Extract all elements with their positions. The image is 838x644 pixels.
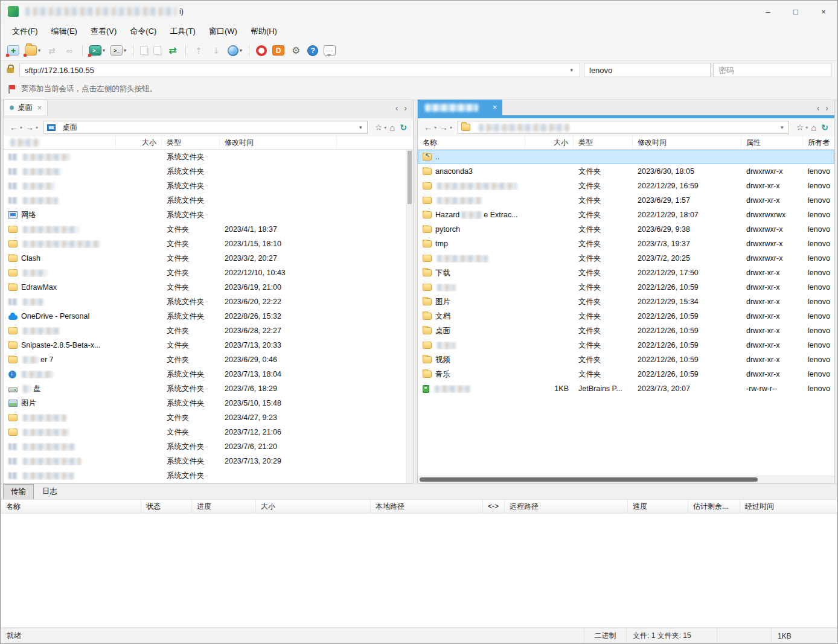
file-row[interactable]: Snipaste-2.8.5-Beta-x...文件夹2023/7/13, 20… [4,338,413,352]
terminal-button[interactable]: ▾ [88,43,107,57]
file-row[interactable]: 文件夹2022/12/29, 16:59drwxr-xr-xlenovo [418,179,834,193]
console-button[interactable]: ▾ [109,43,128,57]
menu-item[interactable]: 查看(V) [84,24,123,39]
feedback-button[interactable] [322,43,337,57]
queue-column-header[interactable]: <-> [483,500,505,513]
file-row[interactable]: 系统文件夹2023/6/20, 22:22 [4,295,413,309]
file-row[interactable]: 系统文件夹 [4,179,413,193]
menu-item[interactable]: 命令(C) [123,24,163,39]
file-row[interactable]: OneDrive - Personal系统文件夹2022/8/26, 15:32 [4,309,413,324]
new-session-button[interactable] [5,43,21,57]
file-row[interactable]: 文件夹2023/1/15, 18:10 [4,237,413,251]
column-header[interactable]: 类型 [162,136,220,149]
menu-item[interactable]: 文件(F) [5,24,45,39]
scrollbar-thumb[interactable] [408,151,412,204]
file-row[interactable]: 图片文件夹2022/12/29, 15:34drwxr-xr-xlenovo [418,295,834,309]
chevron-down-icon[interactable]: ▾ [357,124,364,130]
globe-sites-button[interactable]: ▾ [226,43,244,58]
docs-button[interactable] [270,43,286,57]
chevron-down-icon[interactable]: ▾ [240,48,242,53]
file-row[interactable]: 音乐文件夹2022/12/26, 10:59drwxr-xr-xlenovo [418,367,834,381]
chevron-down-icon[interactable]: ▾ [779,124,785,130]
back-button[interactable]: ← [422,123,434,132]
file-row[interactable]: EdrawMax文件夹2023/6/19, 21:00 [4,280,413,295]
opera-button[interactable] [254,43,269,58]
menu-item[interactable]: 工具(T) [163,24,202,39]
file-row[interactable]: 图片系统文件夹2023/5/10, 15:48 [4,396,413,410]
file-row[interactable]: 系统文件夹 [4,468,413,483]
queue-column-header[interactable]: 进度 [192,500,256,513]
queue-column-header[interactable]: 大小 [256,500,371,513]
bookmark-caret-icon[interactable]: ▾ [805,125,808,130]
file-row[interactable]: 文件夹2023/4/1, 18:37 [4,222,413,237]
column-header[interactable]: 属性 [741,136,803,149]
column-header[interactable]: 类型 [574,136,633,149]
file-row[interactable]: 文件夹2023/6/28, 22:27 [4,324,413,338]
settings-gear-button[interactable] [288,43,304,57]
file-row[interactable]: 文档文件夹2022/12/26, 10:59drwxr-xr-xlenovo [418,309,834,324]
file-row[interactable]: 文件夹2022/12/10, 10:43 [4,266,413,280]
home-icon[interactable]: ⌂ [809,123,818,133]
tab-scroll-right-icon[interactable]: › [825,103,828,113]
bottom-tab[interactable]: 日志 [35,485,65,499]
file-row[interactable]: 桌面文件夹2022/12/26, 10:59drwxr-xr-xlenovo [418,324,834,338]
chevron-down-icon[interactable]: ▾ [38,48,40,53]
back-history-icon[interactable]: ▾ [434,125,437,130]
file-row[interactable]: 文件夹2023/6/29, 1:57drwxr-xr-xlenovo [418,193,834,208]
file-row[interactable]: anaconda3文件夹2023/6/30, 18:05drwxrwxr-xle… [418,164,834,179]
queue-column-header[interactable]: 估计剩余... [688,500,740,513]
maximize-button[interactable]: □ [782,1,810,22]
queue-column-header[interactable]: 速度 [628,500,688,513]
forward-history-icon[interactable]: ▾ [36,125,38,130]
minimize-button[interactable]: – [754,1,782,22]
chevron-down-icon[interactable]: ▾ [124,48,126,53]
username-input[interactable] [584,63,711,77]
swap-panels-button[interactable] [165,43,181,57]
file-row[interactable]: 系统文件夹2023/7/13, 18:04 [4,367,413,381]
queue-column-header[interactable]: 名称 [1,500,141,513]
file-row[interactable]: 下载文件夹2022/12/29, 17:50drwxr-xr-xlenovo [418,266,834,280]
bottom-tab[interactable]: 传输 [3,484,34,499]
bookmark-star-icon[interactable]: ☆ [795,123,806,132]
file-row[interactable]: er 7文件夹2023/6/29, 0:46 [4,352,413,367]
file-row[interactable]: 系统文件夹2023/7/13, 20:29 [4,454,413,468]
remote-horizontal-scrollbar[interactable] [418,476,834,483]
column-header[interactable]: 修改时间 [220,136,337,149]
local-path-combo[interactable]: 桌面 ▾ [43,121,368,134]
menu-item[interactable]: 编辑(E) [45,24,84,39]
file-row[interactable]: 系统文件夹 [4,193,413,208]
file-row[interactable]: 盘系统文件夹2023/7/6, 18:29 [4,381,413,396]
file-row[interactable]: 1KBJetBrains P...2023/7/3, 20:07-rw-rw-r… [418,381,834,396]
file-row[interactable]: 文件夹2023/7/12, 21:06 [4,425,413,439]
file-row[interactable]: 文件夹2023/4/27, 9:23 [4,410,413,425]
refresh-icon[interactable]: ↻ [819,123,830,132]
file-row[interactable]: Hazarde Extrac...文件夹2022/12/29, 18:07drw… [418,208,834,222]
bookmark-star-icon[interactable]: ☆ [373,123,385,132]
chevron-down-icon[interactable]: ▾ [568,67,575,73]
refresh-icon[interactable]: ↻ [398,123,409,132]
close-tab-icon[interactable]: × [493,103,497,112]
file-row[interactable]: 视频文件夹2022/12/26, 10:59drwxr-xr-xlenovo [418,352,834,367]
queue-column-header[interactable]: 本地路径 [371,500,483,513]
forward-history-icon[interactable]: ▾ [450,125,452,130]
column-header[interactable]: 大小 [116,136,162,149]
local-tab[interactable]: 桌面 × [4,100,48,115]
chevron-down-icon[interactable]: ▾ [103,48,105,53]
file-row[interactable]: pytorch文件夹2023/6/29, 9:38drwxrwxr-xlenov… [418,222,834,237]
file-row[interactable]: 系统文件夹 [4,150,413,164]
column-header[interactable] [4,136,116,149]
forward-button[interactable]: → [24,123,36,132]
tab-scroll-left-icon[interactable]: ‹ [817,103,820,113]
column-header[interactable]: 所有者 [803,136,834,149]
file-row[interactable]: 系统文件夹2023/7/6, 21:20 [4,439,413,454]
open-site-button[interactable]: ▾ [23,43,42,57]
file-row[interactable]: tmp文件夹2023/7/3, 19:37drwxrwxr-xlenovo [418,237,834,251]
remote-path-combo[interactable]: ▾ [458,121,789,134]
bookmark-caret-icon[interactable]: ▾ [384,125,386,130]
file-row[interactable]: 文件夹2022/12/26, 10:59drwxr-xr-xlenovo [418,280,834,295]
file-row[interactable]: Clash文件夹2023/3/2, 20:27 [4,251,413,266]
column-header[interactable]: 修改时间 [633,136,741,149]
scrollbar-thumb[interactable] [420,477,758,482]
home-icon[interactable]: ⌂ [388,123,397,133]
file-row[interactable]: 文件夹2022/12/26, 10:59drwxr-xr-xlenovo [418,338,834,352]
